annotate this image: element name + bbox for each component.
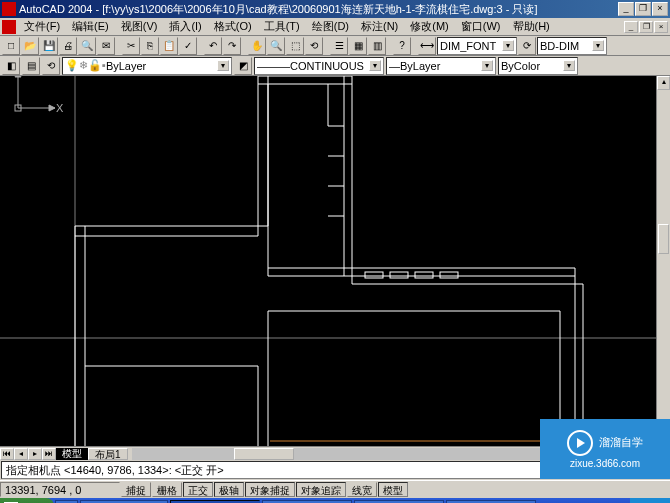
menu-draw[interactable]: 绘图(D): [306, 18, 355, 35]
zoom-rt-icon[interactable]: 🔍: [267, 37, 285, 55]
menu-help[interactable]: 帮助(H): [507, 18, 556, 35]
system-tray[interactable]: 15:51: [630, 498, 670, 503]
help-icon[interactable]: ?: [393, 37, 411, 55]
paste-icon[interactable]: 📋: [160, 37, 178, 55]
model-viewport[interactable]: X Y: [0, 76, 656, 446]
window-title: AutoCAD 2004 - [f:\yy\ys1\2006年\2006年10月…: [19, 2, 617, 17]
chevron-down-icon: ▾: [502, 40, 514, 51]
layer-props-icon[interactable]: ▤: [22, 57, 40, 75]
publish-icon[interactable]: ✉: [97, 37, 115, 55]
close-button[interactable]: ×: [652, 2, 668, 16]
app-icon: [2, 2, 16, 16]
preview-icon[interactable]: 🔍: [78, 37, 96, 55]
undo-icon[interactable]: ↶: [204, 37, 222, 55]
scroll-up-icon[interactable]: ▴: [657, 76, 670, 90]
zoom-win-icon[interactable]: ⬚: [286, 37, 304, 55]
scroll-thumb[interactable]: [658, 224, 669, 254]
status-bar: 13391, 7694 , 0 捕捉 栅格 正交 极轴 对象捕捉 对象追踪 线宽…: [0, 480, 670, 498]
command-text: 指定相机点 <14640, 9786, 1334>: <正交 开>: [6, 464, 224, 476]
doc-restore[interactable]: ❐: [639, 21, 653, 33]
dimtool-value: BD-DIM: [540, 40, 579, 52]
mode-ortho[interactable]: 正交: [183, 482, 213, 497]
menu-edit[interactable]: 编辑(E): [66, 18, 115, 35]
pan-icon[interactable]: ✋: [248, 37, 266, 55]
standard-toolbar: □ 📂 💾 🖨 🔍 ✉ ✂ ⎘ 📋 ✓ ↶ ↷ ✋ 🔍 ⬚ ⟲ ☰ ▦ ▥ ? …: [0, 36, 670, 56]
color-value: ByColor: [501, 60, 540, 72]
menu-bar: 文件(F) 编辑(E) 视图(V) 插入(I) 格式(O) 工具(T) 绘图(D…: [0, 18, 670, 36]
doc-close[interactable]: ×: [654, 21, 668, 33]
menu-dimension[interactable]: 标注(N): [355, 18, 404, 35]
chevron-down-icon: ▾: [592, 40, 604, 51]
layer-mgr-icon[interactable]: ◧: [2, 57, 20, 75]
watermark-overlay: 溜溜自学 zixue.3d66.com: [540, 419, 670, 479]
dim-update-icon[interactable]: ⟳: [518, 37, 536, 55]
dcenter-icon[interactable]: ▦: [349, 37, 367, 55]
layer-value: ByLayer: [106, 60, 146, 72]
svg-rect-12: [365, 272, 383, 278]
mode-polar[interactable]: 极轴: [214, 482, 244, 497]
layer-tool-icon[interactable]: ◩: [234, 57, 252, 75]
properties-icon[interactable]: ☰: [330, 37, 348, 55]
play-icon: [567, 430, 593, 456]
layer-prev-icon[interactable]: ⟲: [42, 57, 60, 75]
linetype-value: CONTINUOUS: [290, 60, 364, 72]
mode-osnap[interactable]: 对象捕捉: [245, 482, 295, 497]
doc-minimize[interactable]: _: [624, 21, 638, 33]
tab-last-icon[interactable]: ⏭: [42, 448, 56, 460]
svg-rect-14: [415, 272, 433, 278]
dimstyle-dropdown[interactable]: DIM_FONT ▾: [437, 37, 517, 55]
mode-grid[interactable]: 栅格: [152, 482, 182, 497]
svg-rect-13: [390, 272, 408, 278]
drawing-canvas: [0, 76, 656, 446]
menu-modify[interactable]: 修改(M): [404, 18, 455, 35]
menu-file[interactable]: 文件(F): [18, 18, 66, 35]
chevron-down-icon: ▾: [217, 60, 229, 71]
dim-icon[interactable]: ⟷: [418, 37, 436, 55]
dimstyle-value: DIM_FONT: [440, 40, 496, 52]
menu-view[interactable]: 视图(V): [115, 18, 164, 35]
redo-icon[interactable]: ↷: [223, 37, 241, 55]
toolpal-icon[interactable]: ▥: [368, 37, 386, 55]
scroll-thumb-h[interactable]: [234, 448, 294, 460]
tab-model[interactable]: 模型: [56, 448, 88, 460]
doc-icon[interactable]: [2, 20, 16, 34]
lineweight-value: ByLayer: [400, 60, 440, 72]
restore-button[interactable]: ❐: [635, 2, 651, 16]
tab-layout1[interactable]: 布局1: [88, 448, 128, 460]
copy-icon[interactable]: ⎘: [141, 37, 159, 55]
new-icon[interactable]: □: [2, 37, 20, 55]
tab-prev-icon[interactable]: ◂: [14, 448, 28, 460]
chevron-down-icon: ▾: [481, 60, 493, 71]
cut-icon[interactable]: ✂: [122, 37, 140, 55]
drawing-area: X Y ▴ ▾: [0, 76, 670, 446]
menu-window[interactable]: 窗口(W): [455, 18, 507, 35]
tab-next-icon[interactable]: ▸: [28, 448, 42, 460]
start-button[interactable]: 开始: [0, 498, 54, 503]
dimtool-dropdown[interactable]: BD-DIM ▾: [537, 37, 607, 55]
color-dropdown[interactable]: ByColor ▾: [498, 57, 578, 75]
mode-model[interactable]: 模型: [378, 482, 408, 497]
mode-snap[interactable]: 捕捉: [121, 482, 151, 497]
coordinates-display[interactable]: 13391, 7694 , 0: [0, 482, 120, 497]
zoom-prev-icon[interactable]: ⟲: [305, 37, 323, 55]
open-icon[interactable]: 📂: [21, 37, 39, 55]
menu-format[interactable]: 格式(O): [208, 18, 258, 35]
svg-rect-15: [440, 272, 458, 278]
linetype-dropdown[interactable]: ——— CONTINUOUS ▾: [254, 57, 384, 75]
mode-lwt[interactable]: 线宽: [347, 482, 377, 497]
menu-tools[interactable]: 工具(T): [258, 18, 306, 35]
vertical-scrollbar[interactable]: ▴ ▾: [656, 76, 670, 446]
lineweight-dropdown[interactable]: — ByLayer ▾: [386, 57, 496, 75]
menu-insert[interactable]: 插入(I): [163, 18, 207, 35]
watermark-url: zixue.3d66.com: [570, 458, 640, 469]
match-icon[interactable]: ✓: [179, 37, 197, 55]
layer-dropdown[interactable]: 💡❄🔓▪ ByLayer ▾: [62, 57, 232, 75]
watermark-brand: 溜溜自学: [599, 435, 643, 450]
document-controls: _ ❐ ×: [623, 21, 668, 33]
save-icon[interactable]: 💾: [40, 37, 58, 55]
mode-otrack[interactable]: 对象追踪: [296, 482, 346, 497]
minimize-button[interactable]: _: [618, 2, 634, 16]
window-titlebar: AutoCAD 2004 - [f:\yy\ys1\2006年\2006年10月…: [0, 0, 670, 18]
plot-icon[interactable]: 🖨: [59, 37, 77, 55]
tab-first-icon[interactable]: ⏮: [0, 448, 14, 460]
